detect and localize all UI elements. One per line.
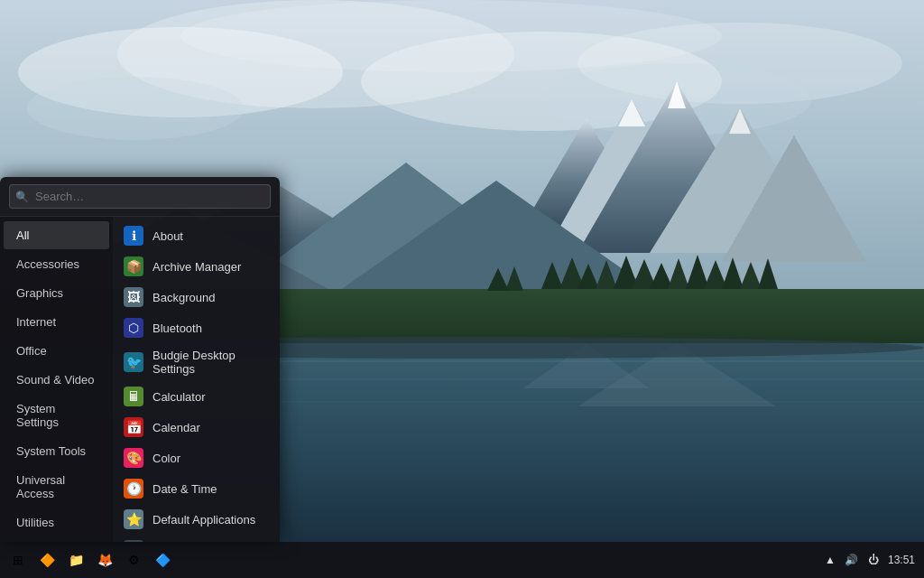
app-icon-background: 🖼 [124,287,143,307]
app-icon-about: ℹ [124,226,143,246]
app-icon-date-&-time: 🕐 [124,479,143,499]
network-icon[interactable]: ▲ [823,553,837,567]
svg-point-6 [27,77,244,140]
taskbar-right: ▲ 🔊 ⏻ 13:51 [814,553,924,567]
app-item-date-&-time[interactable]: 🕐Date & Time [113,473,280,504]
search-bar [0,177,280,217]
category-item-universal-access[interactable]: Universal Access [4,466,109,508]
app-label: Bluetooth [152,322,202,335]
app-label: Color [152,452,180,465]
app-icon-calculator: 🖩 [124,387,143,406]
app-label: Budgie Desktop Settings [152,349,269,376]
power-icon[interactable]: ⏻ [866,553,881,567]
category-item-utilities[interactable]: Utilities [4,508,109,536]
app-icon-budgie-desktop-settings: 🐦 [124,352,143,372]
taskbar: ⊞🔶📁🦊⚙🔷 ▲ 🔊 ⏻ 13:51 [0,542,924,578]
app-icon-color: 🎨 [124,448,143,468]
category-item-accessories[interactable]: Accessories [4,250,109,278]
app-item-budgie-desktop-settings[interactable]: 🐦Budgie Desktop Settings [113,343,280,381]
volume-icon[interactable]: 🔊 [845,553,859,567]
app-item-background[interactable]: 🖼Background [113,282,280,312]
app-item-calculator[interactable]: 🖩Calculator [113,381,280,412]
app-label: About [152,229,183,243]
app-item-disk-usage-analyzer[interactable]: 💿Disk Usage Analyzer [113,535,280,542]
app-icon-calendar: 📅 [124,417,143,437]
category-item-internet[interactable]: Internet [4,308,109,336]
budgie-menu-icon[interactable]: 🔶 [34,547,60,573]
app-item-bluetooth[interactable]: ⬡Bluetooth [113,312,280,343]
svg-point-5 [180,0,722,72]
app-icon-default-applications: ⭐ [124,509,143,529]
firefox-icon[interactable]: 🦊 [92,547,117,573]
category-item-other[interactable]: Other [4,537,109,542]
app-label: Calculator [152,390,206,404]
clock: 13:51 [888,554,915,566]
category-item-graphics[interactable]: Graphics [4,279,109,307]
menu-body: AllAccessoriesGraphicsInternetOfficeSoun… [0,217,280,542]
app-item-archive-manager[interactable]: 📦Archive Manager [113,251,280,282]
app-label: Default Applications [152,513,255,527]
search-wrapper [9,184,271,209]
category-item-sound-video[interactable]: Sound & Video [4,366,109,394]
app-menu: AllAccessoriesGraphicsInternetOfficeSoun… [0,177,280,542]
files-icon[interactable]: 📁 [63,547,88,573]
app-icon-bluetooth: ⬡ [124,318,143,338]
app-icon-disk-usage-analyzer: 💿 [124,540,143,542]
unknown-icon[interactable]: 🔷 [150,547,175,573]
search-input[interactable] [9,184,271,209]
categories-panel: AllAccessoriesGraphicsInternetOfficeSoun… [0,217,113,542]
category-item-system-settings[interactable]: System Settings [4,395,109,436]
apps-list: ℹAbout📦Archive Manager🖼Background⬡Blueto… [113,217,280,542]
app-item-about[interactable]: ℹAbout [113,220,280,251]
app-label: Archive Manager [152,260,241,274]
app-label: Calendar [152,421,200,434]
app-item-default-applications[interactable]: ⭐Default Applications [113,504,280,535]
app-item-calendar[interactable]: 📅Calendar [113,412,280,443]
settings-icon[interactable]: ⚙ [121,547,146,573]
app-icon-archive-manager: 📦 [124,256,143,276]
taskbar-left: ⊞🔶📁🦊⚙🔷 [0,547,180,573]
category-item-system-tools[interactable]: System Tools [4,437,109,465]
category-item-all[interactable]: All [4,221,109,249]
app-label: Background [152,291,215,304]
app-item-color[interactable]: 🎨Color [113,443,280,473]
category-item-office[interactable]: Office [4,337,109,365]
app-label: Date & Time [152,482,217,496]
apps-grid-icon[interactable]: ⊞ [5,547,31,573]
